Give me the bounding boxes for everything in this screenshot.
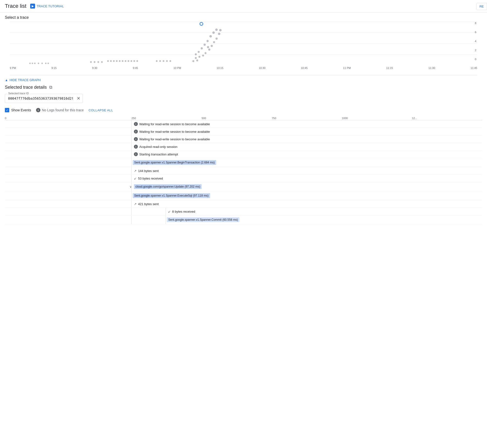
- select-trace-section: Select a trace 8 6 4 2 0: [0, 12, 487, 75]
- y-label-2: 2: [475, 49, 476, 52]
- arrow-down-icon: ↙: [168, 210, 171, 213]
- scatter-dot: [41, 63, 43, 64]
- hide-graph-button[interactable]: ▲ HIDE TRACE GRAPH: [0, 75, 487, 85]
- list-item: Sent.google.spanner.v1.Spanner.ExecuteSq…: [5, 191, 482, 200]
- list-item: i Acquired read-only session: [5, 143, 482, 151]
- ruler-1000: 1000: [342, 117, 412, 120]
- event-content: i Acquired read-only session: [5, 145, 178, 149]
- list-item: ↙ 8 bytes received: [5, 208, 482, 215]
- list-item: i Waiting for read-write session to beco…: [5, 135, 482, 143]
- scatter-dot: [47, 63, 49, 64]
- event-content: ↙ 53 bytes received: [5, 177, 163, 180]
- x-label-915: 9:15: [51, 67, 56, 69]
- grid-line-4: [10, 55, 477, 55]
- event-text: Starting transaction attempt: [139, 153, 178, 156]
- show-events-label: Show Events: [11, 108, 31, 112]
- list-item: ∨ cloud.google.com/go/spanner.Update (97…: [5, 182, 482, 191]
- scatter-dot: [136, 60, 138, 62]
- span-bar[interactable]: Sent.google.spanner.v1.Spanner.Commit (6…: [167, 217, 239, 222]
- scatter-dot: [201, 47, 203, 49]
- vertical-line: [131, 135, 131, 143]
- vertical-line: [131, 200, 131, 208]
- x-axis-labels: 9 PM 9:15 9:30 9:45 10 PM 10:15 10:30 10…: [10, 66, 477, 70]
- scatter-dot: [156, 60, 158, 62]
- x-label-10pm: 10 PM: [173, 67, 181, 69]
- scatter-dot: [101, 61, 103, 63]
- vertical-line: [131, 191, 131, 200]
- event-text: Waiting for read-write session to become…: [139, 137, 210, 141]
- x-label-1145: 11:45: [470, 67, 477, 69]
- ruler-0: 0: [5, 117, 131, 120]
- scatter-dot: [159, 60, 161, 62]
- event-text: 421 bytes sent: [138, 202, 159, 206]
- span-content: Sent.google.spanner.v1.Spanner.ExecuteSq…: [5, 193, 482, 198]
- span-bar[interactable]: Sent.google.spanner.v1.Spanner.ExecuteSq…: [133, 193, 210, 198]
- trace-id-container: Selected trace ID ✕: [5, 94, 83, 103]
- event-content: ↗ 421 bytes sent: [5, 202, 159, 206]
- scatter-dot: [90, 61, 92, 63]
- grid-line-1: [10, 22, 477, 22]
- x-label-930: 9:30: [92, 67, 97, 69]
- vertical-line: [131, 151, 131, 158]
- scatter-dot: [215, 29, 218, 31]
- scatter-dot: [204, 44, 206, 46]
- event-text: 53 bytes received: [138, 177, 163, 180]
- vertical-line: [131, 182, 131, 191]
- checkbox-icon: ✓: [5, 108, 9, 112]
- copy-icon[interactable]: ⧉: [49, 85, 52, 90]
- scatter-dot: [196, 59, 198, 61]
- scatter-dot: [211, 45, 213, 47]
- y-label-0: 0: [475, 58, 476, 61]
- vertical-line: [131, 143, 131, 150]
- x-label-1115: 11:15: [386, 67, 393, 69]
- x-label-1015: 10:15: [217, 67, 224, 69]
- event-text: Waiting for read-write session to become…: [139, 122, 210, 126]
- info-event-icon: i: [134, 137, 138, 141]
- scatter-dot: [206, 40, 209, 42]
- list-item: ↗ 421 bytes sent: [5, 200, 482, 208]
- scatter-dot: [131, 60, 132, 62]
- scatter-dot: [218, 33, 220, 35]
- ruler-750: 750: [272, 117, 342, 120]
- list-item: ↗ 144 bytes sent: [5, 167, 482, 175]
- tutorial-link[interactable]: ▶ TRACE TUTORIAL: [30, 4, 64, 9]
- re-button[interactable]: RE: [476, 3, 487, 10]
- event-content: i Starting transaction attempt: [5, 152, 178, 156]
- scatter-dot: [119, 60, 121, 62]
- chevron-down-icon[interactable]: ∨: [130, 185, 132, 189]
- chart-area[interactable]: 8 6 4 2 0: [10, 22, 477, 66]
- arrow-up-icon: ↗: [134, 169, 137, 173]
- y-label-4: 4: [475, 40, 476, 43]
- header: Trace list ▶ TRACE TUTORIAL RE: [0, 0, 487, 12]
- tutorial-label: TRACE TUTORIAL: [37, 4, 64, 8]
- info-event-icon: i: [134, 145, 138, 149]
- y-axis-labels: 8 6 4 2 0: [475, 22, 477, 61]
- y-label-6: 6: [475, 31, 476, 34]
- event-content: i Waiting for read-write session to beco…: [5, 137, 210, 141]
- event-content: i Waiting for read-write session to beco…: [5, 130, 210, 133]
- scatter-dot: [116, 60, 118, 62]
- selected-dot[interactable]: [200, 22, 203, 26]
- vertical-line: [131, 128, 131, 135]
- select-trace-title: Select a trace: [5, 15, 482, 20]
- trace-details-header: Selected trace details ⧉: [5, 85, 482, 90]
- y-label-8: 8: [475, 22, 476, 25]
- trace-id-input[interactable]: [5, 94, 83, 103]
- ruler-500: 500: [202, 117, 272, 120]
- scatter-dot: [94, 61, 95, 63]
- collapse-all-button[interactable]: COLLAPSE ALL: [89, 108, 113, 112]
- span-bar[interactable]: Sent.google.spanner.v1.Spanner.BeginTran…: [133, 160, 216, 165]
- scatter-dot: [215, 38, 218, 40]
- event-content: i Waiting for read-write session to beco…: [5, 122, 210, 126]
- grid-line-2: [10, 33, 477, 33]
- x-label-1130: 11:30: [428, 67, 435, 69]
- span-label: cloud.google.com/go/spanner.Update (97.2…: [135, 185, 200, 188]
- scatter-dot: [133, 60, 135, 62]
- show-events-checkbox[interactable]: ✓ Show Events: [5, 108, 31, 112]
- trace-id-clear-button[interactable]: ✕: [77, 96, 80, 101]
- span-bar[interactable]: cloud.google.com/go/spanner.Update (97.2…: [134, 184, 202, 189]
- span-content: ∨ cloud.google.com/go/spanner.Update (97…: [5, 184, 482, 189]
- info-event-icon: i: [134, 152, 138, 156]
- event-text: 8 bytes received: [172, 210, 195, 213]
- scatter-dot: [29, 63, 31, 64]
